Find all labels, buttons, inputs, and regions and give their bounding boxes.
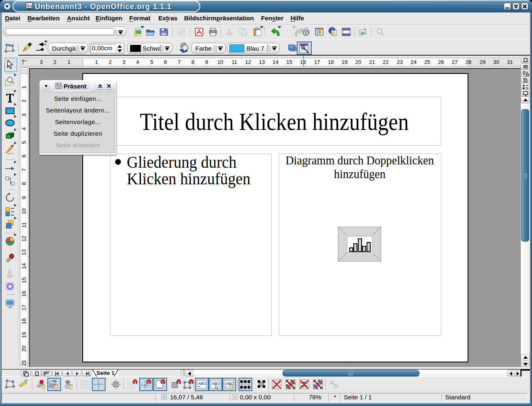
svg-text:ABC: ABC bbox=[198, 382, 206, 386]
